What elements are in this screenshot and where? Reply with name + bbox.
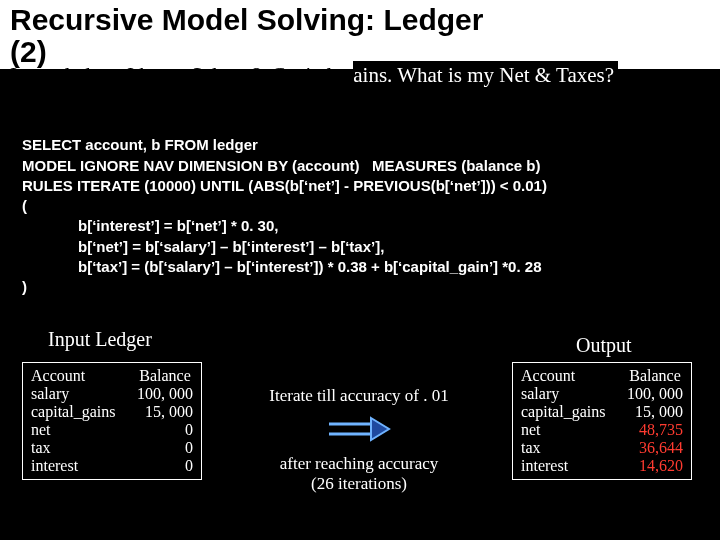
table-cell: salary	[31, 385, 123, 403]
table-col-header: Account	[521, 367, 613, 385]
slide-title-line1: Recursive Model Solving: Ledger	[10, 4, 710, 36]
mid-line1: Iterate till accuracy of . 01	[232, 386, 486, 406]
output-table: Accountsalarycapital_gainsnettaxinterest…	[512, 362, 692, 480]
slide: Recursive Model Solving: Ledger (2) In m…	[0, 0, 720, 540]
table-cell: 48,735	[627, 421, 683, 439]
sql-l3: RULES ITERATE (10000) UNTIL (ABS(b[‘net’…	[22, 177, 547, 194]
sql-r2: b[‘net’] = b[‘salary’] – b[‘interest’] –…	[22, 237, 384, 257]
sql-block: SELECT account, b FROM ledger MODEL IGNO…	[22, 115, 698, 318]
arrow-icon	[327, 416, 391, 442]
table-cell: tax	[521, 439, 613, 457]
subtitle: In my ledger, I know Salary & Capital_ga…	[10, 63, 618, 88]
mid-line2: after reaching accuracy	[232, 454, 486, 474]
svg-marker-2	[371, 418, 389, 440]
mid-caption: Iterate till accuracy of . 01 after reac…	[232, 386, 486, 494]
table-cell: 0	[137, 457, 193, 475]
table-cell: 14,620	[627, 457, 683, 475]
table-cell: 36,644	[627, 439, 683, 457]
sql-l4: (	[22, 197, 27, 214]
table-cell: 15, 000	[137, 403, 193, 421]
table-col-header: Account	[31, 367, 123, 385]
table-cell: 15, 000	[627, 403, 683, 421]
sql-l1: SELECT account, b FROM ledger	[22, 136, 258, 153]
table-cell: 0	[137, 439, 193, 457]
input-header: Input Ledger	[48, 328, 152, 351]
subtitle-prefix: In my	[10, 63, 60, 87]
table-cell: 100, 000	[137, 385, 193, 403]
subtitle-rest: ledger, I know Salary & Capital_gains. W…	[60, 61, 618, 89]
title-band: Recursive Model Solving: Ledger (2)	[0, 0, 720, 69]
table-cell: 100, 000	[627, 385, 683, 403]
table-cell: salary	[521, 385, 613, 403]
sql-r1: b[‘interest’] = b[‘net’] * 0. 30,	[22, 216, 278, 236]
table-cell: capital_gains	[521, 403, 613, 421]
table-cell: tax	[31, 439, 123, 457]
table-col-header: Balance	[137, 367, 193, 385]
table-cell: 0	[137, 421, 193, 439]
table-cell: net	[31, 421, 123, 439]
sql-l5: )	[22, 278, 27, 295]
table-cell: interest	[31, 457, 123, 475]
output-header: Output	[576, 334, 632, 357]
sql-l2: MODEL IGNORE NAV DIMENSION BY (account) …	[22, 157, 540, 174]
table-cell: interest	[521, 457, 613, 475]
mid-line3: (26 iterations)	[232, 474, 486, 494]
input-table: Accountsalarycapital_gainsnettaxinterest…	[22, 362, 202, 480]
sql-r3: b[‘tax’] = (b[‘salary’] – b[‘interest’])…	[22, 257, 541, 277]
table-cell: capital_gains	[31, 403, 123, 421]
table-cell: net	[521, 421, 613, 439]
table-col-header: Balance	[627, 367, 683, 385]
